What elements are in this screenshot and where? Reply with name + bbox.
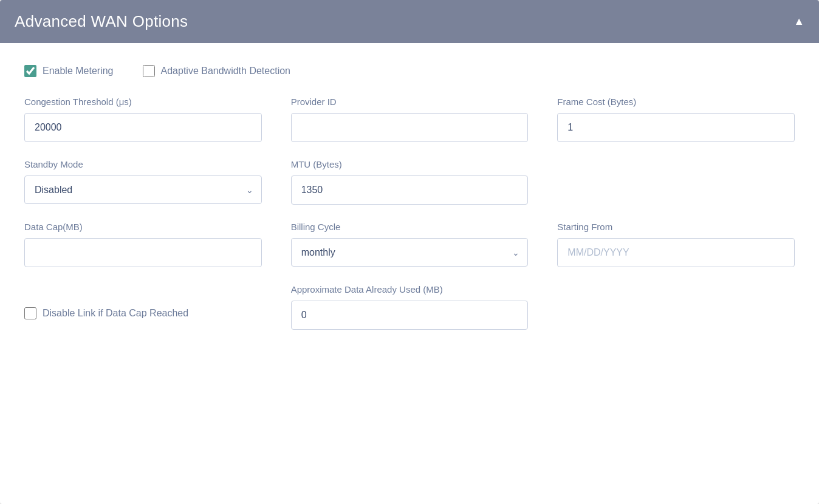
billing-cycle-select-wrapper: monthly weekly daily yearly ⌄ <box>291 238 529 267</box>
data-cap-input[interactable] <box>24 238 262 267</box>
congestion-threshold-group: Congestion Threshold (μs) <box>24 97 262 142</box>
empty-group-2 <box>557 284 795 330</box>
approx-data-input[interactable] <box>291 301 529 330</box>
disable-link-group: Disable Link if Data Cap Reached <box>24 284 262 330</box>
standby-mode-group: Standby Mode Disabled Enabled ⌄ <box>24 159 262 205</box>
standby-mode-select[interactable]: Disabled Enabled <box>24 175 262 204</box>
billing-cycle-select[interactable]: monthly weekly daily yearly <box>291 238 529 267</box>
starting-from-label: Starting From <box>557 222 795 232</box>
disable-link-input[interactable] <box>24 307 36 319</box>
starting-from-input[interactable] <box>557 238 795 267</box>
congestion-threshold-label: Congestion Threshold (μs) <box>24 97 262 107</box>
congestion-threshold-input[interactable] <box>24 113 262 142</box>
provider-id-input[interactable] <box>291 113 529 142</box>
frame-cost-label: Frame Cost (Bytes) <box>557 97 795 107</box>
panel-header: Advanced WAN Options ▲ <box>0 0 819 43</box>
standby-mode-label: Standby Mode <box>24 159 262 169</box>
mtu-input[interactable] <box>291 175 529 205</box>
data-cap-group: Data Cap(MB) <box>24 222 262 267</box>
approx-data-label: Approximate Data Already Used (MB) <box>291 284 529 295</box>
row-4: Disable Link if Data Cap Reached Approxi… <box>24 284 795 330</box>
row-1: Congestion Threshold (μs) Provider ID Fr… <box>24 97 795 142</box>
disable-link-label: Disable Link if Data Cap Reached <box>43 308 188 319</box>
enable-metering-label: Enable Metering <box>43 66 114 77</box>
empty-group-1 <box>557 159 795 205</box>
billing-cycle-label: Billing Cycle <box>291 222 529 232</box>
row-3: Data Cap(MB) Billing Cycle monthly weekl… <box>24 222 795 267</box>
advanced-wan-panel: Advanced WAN Options ▲ Enable Metering A… <box>0 0 819 504</box>
panel-body: Enable Metering Adaptive Bandwidth Detec… <box>0 43 819 354</box>
adaptive-bandwidth-label: Adaptive Bandwidth Detection <box>161 66 290 77</box>
standby-mode-select-wrapper: Disabled Enabled ⌄ <box>24 175 262 204</box>
mtu-label: MTU (Bytes) <box>291 159 529 169</box>
checkbox-row: Enable Metering Adaptive Bandwidth Detec… <box>24 65 795 77</box>
collapse-icon[interactable]: ▲ <box>793 15 804 28</box>
enable-metering-checkbox[interactable]: Enable Metering <box>24 65 114 77</box>
approx-data-group: Approximate Data Already Used (MB) <box>291 284 529 330</box>
row-2: Standby Mode Disabled Enabled ⌄ MTU (Byt… <box>24 159 795 205</box>
frame-cost-group: Frame Cost (Bytes) <box>557 97 795 142</box>
provider-id-label: Provider ID <box>291 97 529 107</box>
starting-from-group: Starting From <box>557 222 795 267</box>
adaptive-bandwidth-checkbox[interactable]: Adaptive Bandwidth Detection <box>143 65 290 77</box>
enable-metering-input[interactable] <box>24 65 36 77</box>
provider-id-group: Provider ID <box>291 97 529 142</box>
panel-title: Advanced WAN Options <box>15 12 188 31</box>
billing-cycle-group: Billing Cycle monthly weekly daily yearl… <box>291 222 529 267</box>
adaptive-bandwidth-input[interactable] <box>143 65 155 77</box>
data-cap-label: Data Cap(MB) <box>24 222 262 232</box>
frame-cost-input[interactable] <box>557 113 795 142</box>
disable-link-checkbox[interactable]: Disable Link if Data Cap Reached <box>24 307 262 319</box>
mtu-group: MTU (Bytes) <box>291 159 529 205</box>
